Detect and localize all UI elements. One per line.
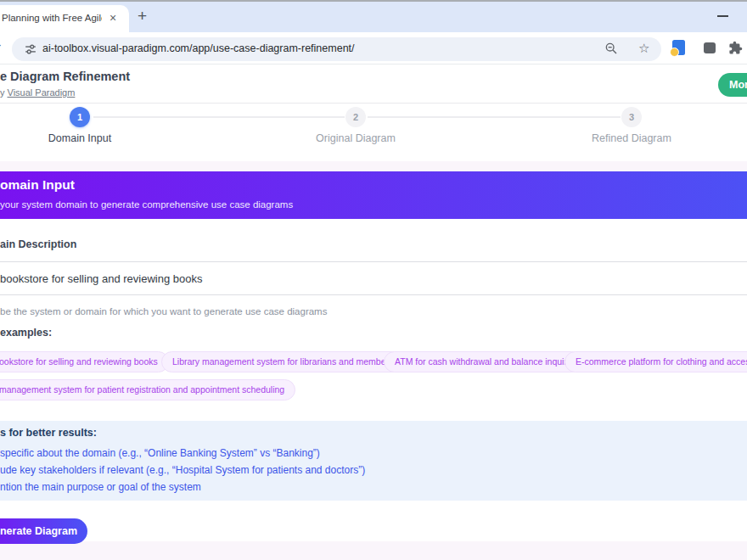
quick-examples-label: examples:: [0, 327, 52, 339]
step-connector-2: [368, 116, 621, 118]
tips-title: s for better results:: [0, 427, 97, 439]
tab-close-icon[interactable]: ×: [110, 11, 116, 25]
byline-prefix: y: [0, 87, 5, 98]
zoom-out-icon[interactable]: [604, 42, 618, 55]
minimize-button[interactable]: [717, 15, 728, 17]
site-settings-icon[interactable]: [25, 43, 37, 55]
banner-title: omain Input: [0, 177, 75, 193]
tip-item-2: ude key stakeholders if relevant (e.g., …: [0, 464, 365, 476]
bookmark-star-icon[interactable]: ☆: [638, 41, 649, 56]
example-pill-ecommerce[interactable]: E-commerce platform for clothing and acc…: [564, 351, 747, 372]
example-pill-bookstore[interactable]: ookstore for selling and reviewing books: [0, 351, 169, 372]
visual-paradigm-link[interactable]: Visual Paradigm: [8, 87, 76, 98]
step-label-original-diagram: Original Diagram: [292, 132, 419, 144]
domain-description-label: ain Description: [0, 238, 76, 250]
domain-description-value: bookstore for selling and reviewing book…: [0, 272, 202, 285]
example-pill-atm[interactable]: ATM for cash withdrawal and balance inqu…: [384, 351, 582, 372]
more-button[interactable]: More: [718, 73, 747, 97]
step-label-domain-input: Domain Input: [34, 132, 126, 144]
tip-item-3: ntion the main purpose or goal of the sy…: [0, 481, 201, 493]
docs-extension-icon[interactable]: [672, 40, 685, 55]
example-pill-library[interactable]: Library management system for librarians…: [161, 351, 404, 372]
url-text: ai-toolbox.visual-paradigm.com/app/use-c…: [42, 42, 355, 54]
tab-title: Planning with Free Agile D: [2, 13, 102, 23]
page-title: e Diagram Refinement: [0, 70, 130, 83]
new-tab-button[interactable]: +: [138, 7, 147, 25]
step-circle-refined-diagram: 3: [621, 107, 642, 127]
tip-item-1: specific about the domain (e.g., “Online…: [0, 447, 320, 459]
step-circle-domain-input: 1: [70, 107, 90, 127]
reload-icon[interactable]: ⟳: [0, 38, 1, 56]
generate-diagram-button[interactable]: nerate Diagram: [0, 518, 87, 544]
section-banner: [0, 171, 747, 219]
banner-subtitle: your system domain to generate comprehen…: [0, 199, 293, 210]
browser-window: Planning with Free Agile D × + ⟳ ai-tool…: [0, 0, 747, 560]
extensions-puzzle-icon[interactable]: [728, 41, 743, 55]
example-pill-hospital[interactable]: management system for patient registrati…: [0, 379, 295, 400]
byline: yVisual Paradigm: [0, 87, 75, 98]
step-label-refined-diagram: Refined Diagram: [568, 132, 695, 144]
browser-tab[interactable]: Planning with Free Agile D ×: [0, 5, 129, 32]
step-circle-original-diagram: 2: [345, 107, 366, 127]
step-connector-1: [93, 116, 345, 118]
extension-icon[interactable]: [704, 42, 716, 53]
helper-text: be the system or domain for which you wa…: [0, 306, 327, 316]
